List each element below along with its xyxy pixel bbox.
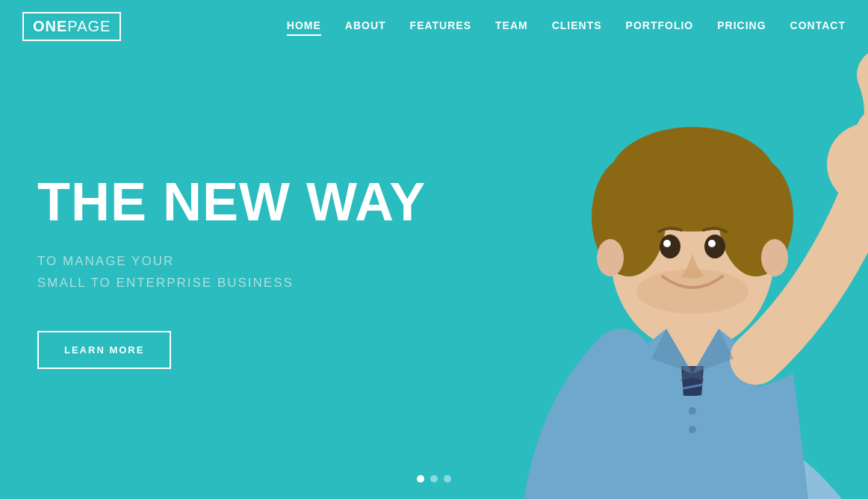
learn-more-button[interactable]: LEARN MORE [37, 331, 171, 369]
carousel-dots [417, 475, 451, 483]
hero-subtitle-line2: SMALL TO ENTERPRISE BUSINESS [37, 273, 426, 294]
svg-point-13 [704, 235, 725, 258]
nav-item-portfolio[interactable]: PORTFOLIO [626, 16, 694, 36]
logo-text: ONEPAGE [33, 18, 111, 35]
hero-image [375, 0, 868, 499]
svg-point-14 [663, 240, 671, 247]
nav-item-about[interactable]: ABOUT [345, 16, 386, 36]
hero-subtitle-line1: TO MANAGE YOUR [37, 251, 426, 273]
logo[interactable]: ONEPAGE [22, 12, 121, 41]
carousel-dot-2[interactable] [430, 475, 438, 483]
nav-item-team[interactable]: TEAM [495, 16, 528, 36]
nav-item-features[interactable]: FEATURES [410, 16, 471, 36]
hero-title: THE NEW WAY [37, 175, 426, 229]
svg-point-12 [660, 235, 681, 258]
carousel-dot-1[interactable] [417, 475, 424, 483]
svg-point-20 [689, 426, 696, 433]
svg-point-11 [862, 114, 868, 155]
hero-subtitle: TO MANAGE YOUR SMALL TO ENTERPRISE BUSIN… [37, 251, 426, 294]
nav-item-contact[interactable]: CONTACT [790, 16, 846, 36]
hero-section: ONEPAGE HOMEABOUTFEATURESTEAMCLIENTSPORT… [0, 0, 868, 499]
nav-item-pricing[interactable]: PRICING [717, 16, 766, 36]
nav-item-home[interactable]: HOME [287, 16, 321, 36]
hero-content: THE NEW WAY TO MANAGE YOUR SMALL TO ENTE… [0, 130, 426, 370]
carousel-dot-3[interactable] [444, 475, 451, 483]
nav-item-clients[interactable]: CLIENTS [552, 16, 602, 36]
svg-point-15 [708, 240, 716, 247]
site-header: ONEPAGE HOMEABOUTFEATURESTEAMCLIENTSPORT… [0, 0, 868, 52]
svg-point-19 [689, 407, 696, 415]
main-nav: HOMEABOUTFEATURESTEAMCLIENTSPORTFOLIOPRI… [287, 16, 846, 36]
svg-point-18 [761, 239, 788, 276]
svg-point-17 [597, 239, 624, 276]
